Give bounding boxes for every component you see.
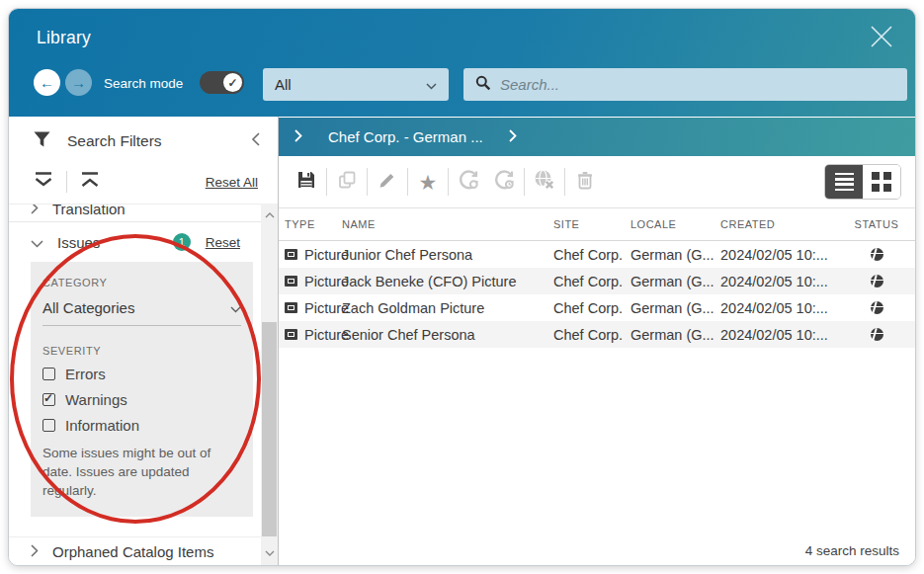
table-row[interactable]: Picture Zach Goldman Picture Chef Corp. … xyxy=(279,294,915,321)
back-button[interactable]: ← xyxy=(34,69,60,96)
column-header-name[interactable]: NAME xyxy=(342,218,553,230)
row-site: Chef Corp. xyxy=(553,300,630,316)
row-locale: German (G... xyxy=(630,300,720,316)
divider xyxy=(448,168,449,196)
column-header-status[interactable]: STATUS xyxy=(851,218,902,230)
list-view-button[interactable] xyxy=(825,165,863,199)
delete-button[interactable] xyxy=(567,166,603,198)
sidebar-scrollbar[interactable] xyxy=(261,204,278,565)
picture-type-icon xyxy=(285,329,297,340)
issues-note: Some issues might be out of date. Issues… xyxy=(42,445,243,501)
checkbox-label: Warnings xyxy=(65,391,127,408)
row-locale: German (G... xyxy=(630,327,720,343)
severity-option-information[interactable]: ✓ Information xyxy=(42,417,241,434)
information-checkbox[interactable]: ✓ xyxy=(42,419,55,432)
favorite-button[interactable]: ★ xyxy=(410,166,446,198)
filter-section-issues[interactable]: Issues 1 Reset xyxy=(9,222,261,262)
search-mode-toggle[interactable]: ✓ xyxy=(200,71,244,94)
pencil-icon xyxy=(377,169,398,195)
filter-section-label: Orphaned Catalog Items xyxy=(52,543,213,560)
issues-title: Issues xyxy=(57,234,100,251)
column-header-site[interactable]: SITE xyxy=(553,218,630,230)
search-filters-sidebar: Search Filters Reset All xyxy=(9,117,279,565)
divider xyxy=(407,168,408,196)
search-input[interactable] xyxy=(500,76,895,93)
filters-list: Translation Issues 1 Reset CATEGORY All … xyxy=(9,204,261,565)
filter-funnel-icon xyxy=(33,130,51,153)
row-site: Chef Corp. xyxy=(553,327,630,343)
row-name: Zach Goldman Picture xyxy=(342,300,553,316)
close-button[interactable] xyxy=(864,21,899,56)
divider xyxy=(326,168,327,196)
results-panel: Chef Corp. - German ... xyxy=(279,117,915,565)
publish-button[interactable] xyxy=(451,166,486,198)
window-title: Library xyxy=(37,28,91,48)
chevron-right-icon[interactable] xyxy=(294,128,302,146)
severity-option-warnings[interactable]: ✓ Warnings xyxy=(42,391,241,408)
row-created: 2024/02/05 10:... xyxy=(720,247,851,263)
filter-section-label: Translation xyxy=(52,204,126,217)
chevron-right-icon xyxy=(31,543,39,560)
chevron-right-icon xyxy=(31,204,39,217)
list-view-icon xyxy=(835,173,854,192)
toggle-knob: ✓ xyxy=(223,73,242,92)
publication-status-icon xyxy=(871,328,883,341)
table-row[interactable]: Picture Junior Chef Persona Chef Corp. G… xyxy=(279,241,915,268)
chevron-right-icon[interactable] xyxy=(509,128,517,146)
sync-clock-icon xyxy=(492,168,516,196)
column-header-created[interactable]: CREATED xyxy=(720,218,851,230)
publication-status-icon xyxy=(871,275,883,287)
picture-type-icon xyxy=(285,276,297,287)
picture-type-icon xyxy=(285,302,297,313)
scroll-up-icon[interactable] xyxy=(261,207,278,223)
search-results-count: 4 search results xyxy=(805,543,899,558)
library-window: Library ← → Search mode ✓ All xyxy=(8,8,916,566)
filter-section-orphaned-catalog-items[interactable]: Orphaned Catalog Items xyxy=(9,536,261,565)
column-header-locale[interactable]: LOCALE xyxy=(630,218,720,230)
withdraw-button[interactable] xyxy=(527,166,562,198)
breadcrumb: Chef Corp. - German ... xyxy=(279,118,915,156)
save-button[interactable] xyxy=(289,166,324,198)
expand-all-icon[interactable] xyxy=(33,171,54,193)
document-type-value: All xyxy=(275,76,292,93)
category-value: All Categories xyxy=(42,299,134,316)
warnings-checkbox[interactable]: ✓ xyxy=(42,393,55,406)
collapse-sidebar-icon[interactable] xyxy=(251,132,260,150)
scroll-down-icon[interactable] xyxy=(261,545,278,561)
back-arrow-icon: ← xyxy=(40,74,54,91)
picture-type-icon xyxy=(285,249,297,260)
checkbox-label: Information xyxy=(65,417,139,434)
row-created: 2024/02/05 10:... xyxy=(720,327,851,343)
column-header-type[interactable]: TYPE xyxy=(279,218,342,230)
scrollbar-thumb[interactable] xyxy=(262,322,277,536)
window-header: Library ← → Search mode ✓ All xyxy=(9,9,915,117)
table-row[interactable]: Picture Senior Chef Persona Chef Corp. G… xyxy=(279,321,915,348)
grid-view-icon xyxy=(872,172,891,192)
grid-view-button[interactable] xyxy=(863,165,900,199)
edit-button[interactable] xyxy=(370,166,405,198)
chevron-down-icon xyxy=(31,234,43,251)
table-header: TYPE NAME SITE LOCALE CREATED STATUS xyxy=(279,208,915,241)
table-row[interactable]: Picture Jack Beneke (CFO) Picture Chef C… xyxy=(279,268,915,294)
row-created: 2024/02/05 10:... xyxy=(720,274,851,289)
collapse-all-icon[interactable] xyxy=(79,171,101,193)
copy-button[interactable] xyxy=(329,166,365,198)
schedule-publish-button[interactable] xyxy=(486,166,522,198)
filter-section-translation[interactable]: Translation xyxy=(9,204,261,222)
forward-button[interactable]: → xyxy=(65,69,92,96)
severity-label: SEVERITY xyxy=(42,345,241,357)
document-type-dropdown[interactable]: All xyxy=(263,68,449,101)
divider xyxy=(524,168,525,196)
issues-reset-link[interactable]: Reset xyxy=(206,235,240,250)
search-field[interactable] xyxy=(463,68,907,101)
copy-icon xyxy=(336,169,358,195)
publication-status-icon xyxy=(871,301,883,314)
globe-x-icon xyxy=(533,168,556,196)
reset-all-link[interactable]: Reset All xyxy=(206,175,258,190)
errors-checkbox[interactable]: ✓ xyxy=(42,368,55,380)
divider xyxy=(66,171,67,193)
breadcrumb-item[interactable]: Chef Corp. - German ... xyxy=(328,128,483,145)
row-site: Chef Corp. xyxy=(553,274,630,289)
severity-option-errors[interactable]: ✓ Errors xyxy=(42,366,241,382)
category-dropdown[interactable]: All Categories xyxy=(42,299,241,326)
